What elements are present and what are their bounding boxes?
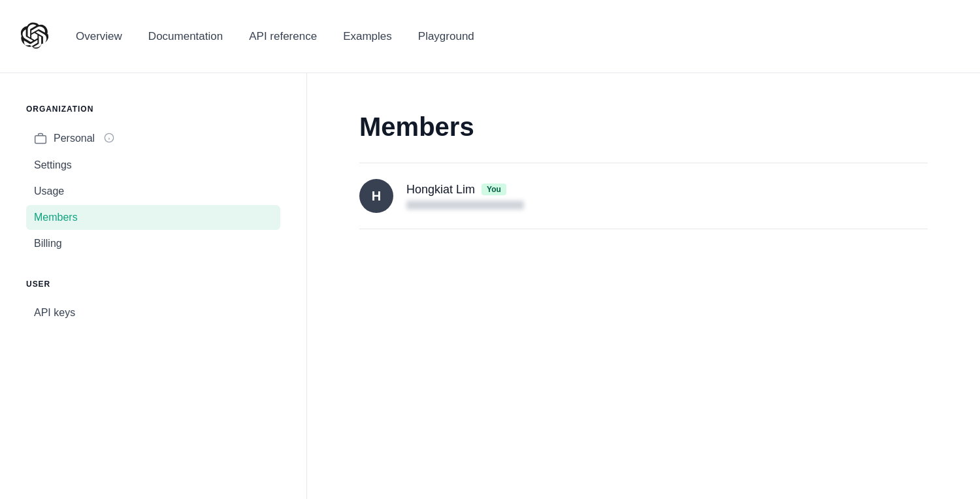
sidebar-item-usage-label: Usage bbox=[34, 185, 64, 197]
nav-item-examples[interactable]: Examples bbox=[343, 30, 392, 43]
sidebar: ORGANIZATION Personal Settings Usag bbox=[0, 73, 307, 499]
nav-item-api-reference[interactable]: API reference bbox=[249, 30, 317, 43]
sidebar-item-personal[interactable]: Personal bbox=[26, 125, 280, 152]
svg-rect-0 bbox=[35, 136, 46, 144]
sidebar-item-settings[interactable]: Settings bbox=[26, 153, 280, 178]
member-name: Hongkiat Lim bbox=[406, 183, 475, 197]
nav-link-overview[interactable]: Overview bbox=[76, 30, 122, 42]
nav-link-examples[interactable]: Examples bbox=[343, 30, 392, 42]
member-info: Hongkiat Lim You bbox=[406, 183, 524, 210]
briefcase-icon bbox=[34, 132, 47, 145]
sidebar-item-members[interactable]: Members bbox=[26, 205, 280, 230]
member-email-blurred bbox=[406, 201, 524, 210]
table-row: H Hongkiat Lim You bbox=[359, 163, 928, 229]
you-badge: You bbox=[482, 184, 506, 195]
sidebar-item-settings-label: Settings bbox=[34, 159, 72, 171]
nav-link-documentation[interactable]: Documentation bbox=[148, 30, 223, 42]
sidebar-item-billing[interactable]: Billing bbox=[26, 231, 280, 256]
section-title-user: USER bbox=[26, 280, 280, 289]
section-title-organization: ORGANIZATION bbox=[26, 105, 280, 114]
logo[interactable] bbox=[21, 22, 50, 51]
content-area: Members H Hongkiat Lim You bbox=[307, 73, 980, 499]
nav-link-api-reference[interactable]: API reference bbox=[249, 30, 317, 42]
sidebar-item-members-label: Members bbox=[34, 212, 78, 223]
nav-links: Overview Documentation API reference Exa… bbox=[76, 30, 474, 43]
nav-item-overview[interactable]: Overview bbox=[76, 30, 122, 43]
page-title: Members bbox=[359, 112, 928, 142]
sidebar-item-api-keys-label: API keys bbox=[34, 307, 75, 319]
member-name-row: Hongkiat Lim You bbox=[406, 183, 524, 197]
main-layout: ORGANIZATION Personal Settings Usag bbox=[0, 73, 980, 499]
info-icon bbox=[104, 133, 114, 145]
sidebar-item-api-keys[interactable]: API keys bbox=[26, 300, 280, 325]
top-nav: Overview Documentation API reference Exa… bbox=[0, 0, 980, 73]
sidebar-item-personal-label: Personal bbox=[54, 133, 95, 144]
sidebar-item-billing-label: Billing bbox=[34, 238, 62, 250]
nav-link-playground[interactable]: Playground bbox=[418, 30, 474, 42]
nav-item-playground[interactable]: Playground bbox=[418, 30, 474, 43]
nav-item-documentation[interactable]: Documentation bbox=[148, 30, 223, 43]
avatar: H bbox=[359, 179, 393, 213]
sidebar-item-usage[interactable]: Usage bbox=[26, 179, 280, 204]
